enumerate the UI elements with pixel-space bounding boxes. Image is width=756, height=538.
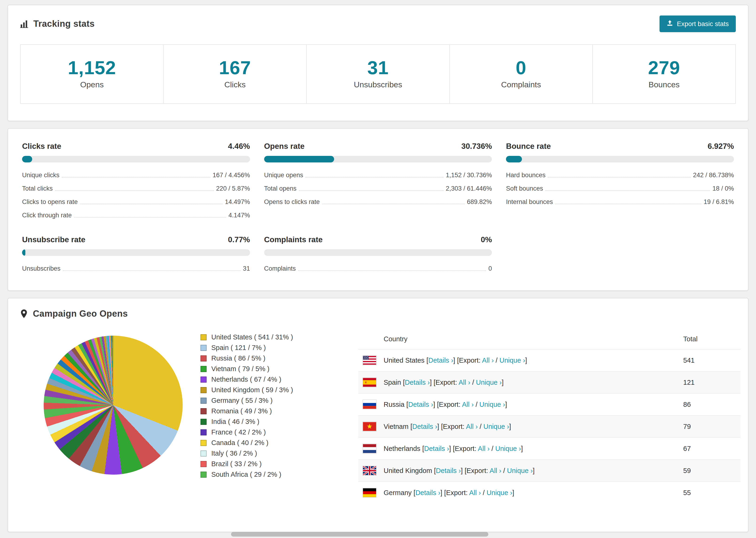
rate-detail-label: Unique clicks — [22, 172, 59, 179]
dotted-leader — [63, 270, 241, 271]
rate-panel-complaints-rate: Complaints rate0%Complaints0 — [264, 235, 492, 275]
stat-value: 279 — [593, 57, 735, 79]
flag-vn-icon — [363, 422, 376, 431]
export-unique-link[interactable]: Unique › — [499, 356, 525, 364]
country-name: Spain — [384, 379, 401, 386]
legend-swatch — [200, 419, 207, 425]
country-total: 121 — [683, 379, 735, 386]
dotted-leader — [80, 204, 223, 204]
legend-label: Canada ( 40 / 2% ) — [211, 439, 268, 447]
country-name: United Kingdom — [384, 467, 432, 474]
progress-bar — [264, 249, 492, 256]
legend-label: South Africa ( 29 / 2% ) — [211, 471, 281, 478]
geo-table-row-russia: Russia [Details ›] [Export: All › / Uniq… — [358, 393, 740, 415]
rate-title: Unsubscribe rate — [22, 235, 85, 244]
export-basic-stats-button[interactable]: Export basic stats — [660, 16, 736, 32]
export-unique-link[interactable]: Unique › — [479, 401, 505, 408]
details-link[interactable]: Details › — [428, 356, 453, 364]
details-link[interactable]: Details › — [412, 423, 437, 430]
rate-detail-label: Click through rate — [22, 212, 72, 219]
dotted-leader — [74, 217, 226, 218]
export-all-link[interactable]: All › — [466, 423, 478, 430]
rate-title: Opens rate — [264, 142, 304, 151]
country-cell: Russia [Details ›] [Export: All › / Uniq… — [384, 401, 683, 408]
country-cell: Spain [Details ›] [Export: All › / Uniqu… — [384, 379, 683, 386]
export-all-link[interactable]: All › — [469, 489, 481, 497]
geo-table: Country Total United States [Details ›] … — [358, 329, 740, 504]
rate-title: Complaints rate — [264, 235, 323, 244]
legend-label: Spain ( 121 / 7% ) — [211, 344, 266, 351]
tracking-stats-header: Tracking stats Export basic stats — [8, 5, 748, 32]
dotted-leader — [298, 270, 486, 271]
export-all-link[interactable]: All › — [459, 379, 470, 386]
details-link[interactable]: Details › — [436, 467, 460, 474]
rates-card: Clicks rate4.46%Unique clicks167 / 4.456… — [8, 128, 748, 291]
progress-bar-fill — [506, 156, 522, 162]
export-all-link[interactable]: All › — [478, 445, 490, 452]
legend-label: Romania ( 49 / 3% ) — [211, 407, 272, 415]
rate-detail-row: Unique opens1,152 / 30.736% — [264, 169, 492, 182]
legend-label: Italy ( 36 / 2% ) — [211, 450, 257, 457]
geo-body: United States ( 541 / 31% )Spain ( 121 /… — [20, 328, 740, 504]
legend-swatch — [200, 461, 207, 467]
export-all-link[interactable]: All › — [490, 467, 501, 474]
progress-bar-fill — [264, 156, 334, 162]
rate-detail-row: Internal bounces19 / 6.81% — [506, 195, 734, 209]
country-name: Germany — [384, 489, 411, 497]
rate-detail-label: Soft bounces — [506, 185, 543, 192]
rate-detail-value: 0 — [488, 265, 492, 272]
stat-label: Opens — [21, 80, 163, 89]
page: Tracking stats Export basic stats 1,152O… — [0, 0, 756, 532]
details-link[interactable]: Details › — [424, 445, 449, 452]
details-link[interactable]: Details › — [405, 379, 430, 386]
legend-swatch — [200, 440, 207, 446]
progress-bar — [264, 156, 492, 162]
export-unique-link[interactable]: Unique › — [486, 489, 512, 497]
export-all-link[interactable]: All › — [482, 356, 494, 364]
rate-head: Clicks rate4.46% — [22, 142, 250, 151]
rate-detail-row: Click through rate4.147% — [22, 209, 250, 222]
export-unique-link[interactable]: Unique › — [495, 445, 521, 452]
country-cell: United States [Details ›] [Export: All ›… — [384, 356, 683, 364]
legend-item-germany: Germany ( 55 / 3% ) — [200, 395, 358, 406]
export-unique-link[interactable]: Unique › — [507, 467, 533, 474]
geo-table-row-united-states: United States [Details ›] [Export: All ›… — [358, 349, 740, 371]
details-link[interactable]: Details › — [415, 489, 440, 497]
details-link[interactable]: Details › — [408, 401, 433, 408]
legend-swatch — [200, 366, 207, 372]
rate-head: Bounce rate6.927% — [506, 142, 734, 151]
bar-chart-icon — [20, 20, 28, 28]
legend-swatch — [200, 451, 207, 457]
horizontal-scrollbar-thumb[interactable] — [231, 532, 488, 537]
flag-es-icon — [363, 378, 376, 387]
rate-detail-row: Clicks to opens rate14.497% — [22, 195, 250, 209]
legend-item-russia: Russia ( 86 / 5% ) — [200, 353, 358, 364]
rate-percent: 0% — [481, 235, 492, 244]
dotted-leader — [548, 177, 690, 178]
rate-detail-value: 18 / 0% — [712, 185, 734, 192]
rate-head: Complaints rate0% — [264, 235, 492, 244]
export-all-link[interactable]: All › — [462, 401, 474, 408]
country-cell: Netherlands [Details ›] [Export: All › /… — [384, 445, 683, 453]
export-unique-link[interactable]: Unique › — [476, 379, 502, 386]
legend-label: Brazil ( 33 / 2% ) — [211, 460, 261, 468]
column-header-total: Total — [683, 335, 735, 343]
legend-swatch — [200, 387, 207, 393]
legend-swatch — [200, 408, 207, 414]
country-cell: Vietnam [Details ›] [Export: All › / Uni… — [384, 423, 683, 430]
legend-item-canada: Canada ( 40 / 2% ) — [200, 438, 358, 448]
country-total: 67 — [683, 445, 735, 453]
stat-box-clicks: 167Clicks — [164, 45, 307, 103]
dotted-leader — [62, 177, 210, 178]
legend-item-italy: Italy ( 36 / 2% ) — [200, 448, 358, 459]
rate-detail-value: 31 — [243, 265, 250, 272]
tracking-stats-card: Tracking stats Export basic stats 1,152O… — [8, 5, 748, 121]
stat-box-opens: 1,152Opens — [21, 45, 164, 103]
rate-title: Clicks rate — [22, 142, 61, 151]
geo-header: Campaign Geo Opens — [8, 298, 748, 319]
legend-item-united-kingdom: United Kingdom ( 59 / 3% ) — [200, 385, 358, 395]
rate-detail-row: Opens to clicks rate689.82% — [264, 195, 492, 209]
geo-pie-chart — [44, 336, 183, 475]
flag-nl-icon — [363, 444, 376, 453]
export-unique-link[interactable]: Unique › — [483, 423, 509, 430]
